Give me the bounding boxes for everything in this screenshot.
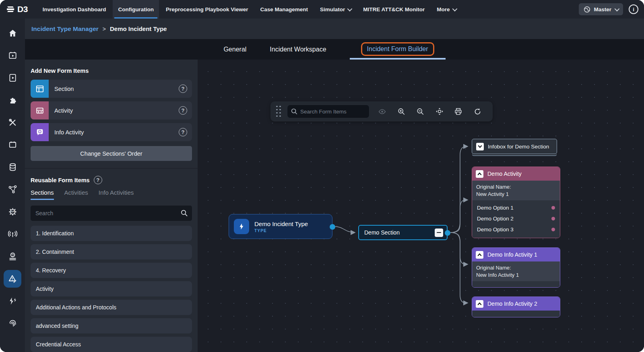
sidebar-item-schedule[interactable] [4,47,21,64]
output-port[interactable] [330,224,335,230]
canvas-search-input[interactable] [287,105,369,118]
d3-logo[interactable]: D3 [6,4,28,14]
activity-help-icon[interactable]: ? [179,106,187,115]
canvas-tools [373,105,487,117]
drag-handle[interactable] [276,106,281,117]
sidebar-item-identity[interactable] [4,315,21,332]
chevron-up-box-icon[interactable] [476,170,483,178]
new-activity-item[interactable]: Activity ? [31,101,192,119]
info-bubble-icon [35,128,44,137]
node-title: Demo Info Activity 2 [487,301,537,307]
sections-search-input[interactable] [31,206,192,221]
tab-activities[interactable]: Activities [64,189,88,200]
nav-investigation-dashboard[interactable]: Investigation Dashboard [37,0,111,19]
collapse-button[interactable] [435,228,443,237]
visibility-button[interactable] [376,105,388,117]
nav-preprocessing-playbook-viewer[interactable]: Preprocessing Playbook Viewer [161,0,254,19]
reusable-form-items: Reusable Form Items ? Sections Activitie… [25,168,198,352]
info-activity-card-header[interactable]: Demo Info Activity 2 [472,297,560,311]
activity-card-header[interactable]: Demo Activity [472,167,560,181]
new-info-activity-item[interactable]: Info Activity ? [31,123,192,141]
d3-logo-text: D3 [17,4,28,14]
zoom-out-button[interactable] [414,105,426,117]
original-name-value: New Info Activity 1 [476,272,556,279]
refresh-button[interactable] [471,105,483,117]
node-title: Demo Info Activity 1 [487,251,537,258]
tab-sections[interactable]: Sections [31,189,54,200]
sidebar-item-broadcast[interactable] [4,225,21,243]
list-item[interactable]: Additional Actions and Protocols [31,300,192,315]
nav-case-management[interactable]: Case Management [255,0,313,19]
option-port[interactable] [551,206,555,210]
node-demo-incident-type[interactable]: Demo Incident Type TYPE [229,214,332,239]
sidebar-item-automation[interactable] [4,292,21,310]
nav-more[interactable]: More [431,0,461,19]
tab-incident-form-builder-wrap: Incident Form Builder [350,42,446,60]
list-item[interactable]: Activity [31,281,192,296]
breadcrumb-parent[interactable]: Incident Type Manager [31,25,99,33]
section-help-icon[interactable]: ? [179,84,187,93]
new-section-item[interactable]: Section ? [31,80,192,98]
sidebar-item-calendar[interactable] [4,136,21,154]
output-port[interactable] [445,230,450,236]
sidebar-item-connections[interactable] [4,181,21,198]
tab-general[interactable]: General [223,46,246,53]
list-item[interactable]: Credential Access [31,337,192,352]
list-item[interactable]: 2. Containment [31,244,192,259]
nav-mitre-attack-monitor[interactable]: MITRE ATT&CK Monitor [358,0,430,19]
nav-configuration[interactable]: Configuration [113,0,159,19]
top-nav-items: Investigation Dashboard Configuration Pr… [37,0,461,19]
chevron-up-box-icon[interactable] [476,251,483,259]
sidebar-item-api-settings[interactable]: API [4,203,21,220]
reusable-help-icon[interactable]: ? [94,176,102,184]
home-icon [8,29,17,38]
sidebar-item-incident-type-editor[interactable] [4,270,21,288]
nav-simulator[interactable]: Simulator [315,0,356,19]
info-activity-help-icon[interactable]: ? [179,128,187,136]
original-name-block: Original Name: New Activity 1 [472,181,560,200]
book-play-icon [8,73,17,82]
option-row[interactable]: Demo Option 3 [472,224,560,235]
node-demo-activity[interactable]: Demo Activity Original Name: New Activit… [472,167,560,238]
tab-incident-workspace[interactable]: Incident Workspace [270,46,326,53]
zoom-in-button[interactable] [395,105,407,117]
master-site-selector[interactable]: Master [579,3,623,15]
fit-view-button[interactable] [433,105,446,117]
option-port[interactable] [551,228,555,231]
chevron-down-box-icon[interactable] [476,143,484,150]
reusable-form-items-title: Reusable Form Items [31,177,90,183]
list-item[interactable]: 4. Recovery [31,263,192,278]
node-demo-info-activity-2[interactable]: Demo Info Activity 2 [472,296,560,317]
sidebar-item-data[interactable] [4,158,21,176]
form-builder-canvas[interactable]: Demo Incident Type TYPE Demo Section Inf… [198,60,644,352]
tab-incident-form-builder[interactable]: Incident Form Builder [361,42,434,56]
node-demo-section[interactable]: Demo Section [358,225,448,240]
sidebar-item-home[interactable] [4,24,21,42]
info-icon[interactable]: i [629,4,638,14]
sidebar-item-integrations[interactable] [4,91,21,109]
minus-icon [437,232,441,233]
refresh-icon [473,107,482,116]
sidebar-item-playbooks[interactable] [4,69,21,86]
sidebar-item-web-settings[interactable] [4,247,21,265]
option-row[interactable]: Demo Option 2 [472,213,560,224]
d3-logo-icon [6,5,16,14]
list-item[interactable]: 1. Identification [31,226,192,241]
node-infobox-demo-section[interactable]: Infobox for Demo Section [472,139,557,154]
canvas-toolbar [270,101,493,121]
option-row[interactable]: Demo Option 1 [472,202,560,213]
info-activity-card-header[interactable]: Demo Info Activity 1 [472,248,560,261]
node-title: Demo Incident Type [254,220,308,227]
tab-info-activities[interactable]: Info Activities [99,189,134,200]
breadcrumb: Incident Type Manager > Demo Incident Ty… [25,19,644,39]
change-sections-order-button[interactable]: Change Sections' Order [31,146,192,161]
zoom-out-icon [416,107,424,115]
sidebar-item-utilities[interactable] [4,113,21,131]
add-new-form-items-title: Add New Form Items [31,68,192,74]
lightning-sync-icon [8,296,17,306]
print-button[interactable] [452,105,464,117]
node-demo-info-activity-1[interactable]: Demo Info Activity 1 Original Name: New … [472,247,560,288]
list-item[interactable]: advanced setting [31,318,192,333]
option-port[interactable] [551,217,555,220]
chevron-up-box-icon[interactable] [476,300,483,308]
